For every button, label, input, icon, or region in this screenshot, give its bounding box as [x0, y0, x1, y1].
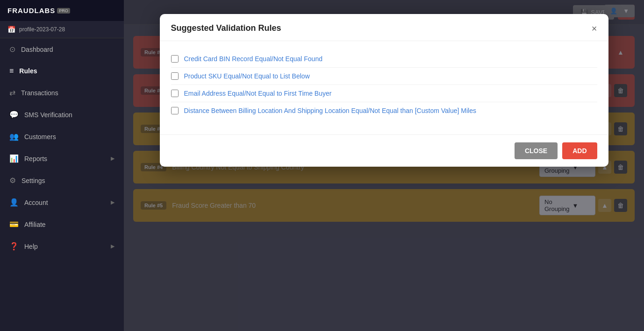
- modal-add-button[interactable]: ADD: [562, 142, 597, 159]
- sidebar-item-dashboard[interactable]: ⊙ Dashboard: [0, 38, 124, 60]
- sidebar-item-rules[interactable]: ≡ Rules: [0, 60, 124, 82]
- sidebar-item-account[interactable]: 👤 Account ▶: [0, 191, 124, 213]
- checkbox-item: Email Address Equal/Not Equal to First T…: [171, 85, 597, 102]
- sidebar-item-label: Settings: [21, 177, 45, 184]
- sidebar-item-label: SMS Verification: [24, 111, 72, 119]
- sidebar-profile[interactable]: 📅 profile-2023-07-28: [0, 21, 124, 38]
- chevron-right-icon: ▶: [111, 199, 114, 205]
- sidebar-item-sms[interactable]: 💬 SMS Verification: [0, 104, 124, 126]
- sidebar-item-settings[interactable]: ⚙ Settings: [0, 169, 124, 191]
- checkbox-label[interactable]: Email Address Equal/Not Equal to First T…: [184, 90, 332, 97]
- customers-icon: 👥: [9, 132, 19, 141]
- checkbox-label[interactable]: Product SKU Equal/Not Equal to List Belo…: [184, 72, 310, 80]
- affiliate-icon: 💳: [9, 220, 19, 229]
- sms-icon: 💬: [9, 110, 19, 119]
- main-content: 👤 ▼ 💾 SAVE ✕ Rule #1 No Grouping ▼ ▲ 🗑: [124, 0, 644, 331]
- checkbox-input[interactable]: [171, 72, 179, 80]
- checkbox-text: Distance Between Billing Location And Sh…: [184, 107, 476, 114]
- modal-close-action-button[interactable]: CLOSE: [515, 142, 558, 159]
- sidebar-item-transactions[interactable]: ⇄ Transactions: [0, 82, 124, 104]
- checkbox-text-before: Email Address Equal/Not Equal to: [184, 90, 284, 97]
- checkbox-input[interactable]: [171, 90, 179, 97]
- app-name: FRAUDLABS: [7, 7, 55, 14]
- sidebar-item-label: Account: [24, 199, 48, 206]
- sidebar: FRAUDLABS PRO 📅 profile-2023-07-28 ⊙ Das…: [0, 0, 124, 331]
- sidebar-item-label: Dashboard: [21, 46, 53, 53]
- checkbox-label[interactable]: Distance Between Billing Location And Sh…: [184, 107, 476, 114]
- checkbox-link-text: First Time Buyer: [284, 90, 332, 97]
- transactions-icon: ⇄: [9, 88, 15, 97]
- checkbox-label[interactable]: Credit Card BIN Record Equal/Not Equal F…: [184, 55, 322, 63]
- help-icon: ❓: [9, 242, 19, 251]
- dashboard-icon: ⊙: [9, 45, 15, 54]
- calendar-icon: 📅: [7, 26, 15, 33]
- sidebar-item-reports[interactable]: 📊 Reports ▶: [0, 148, 124, 169]
- settings-icon: ⚙: [9, 176, 16, 185]
- modal-dialog: Suggested Validation Rules × Credit Card…: [160, 14, 608, 167]
- sidebar-item-label: Affiliate: [24, 221, 46, 228]
- reports-icon: 📊: [9, 154, 19, 163]
- chevron-right-icon: ▶: [111, 243, 114, 249]
- sidebar-item-help[interactable]: ❓ Help ▶: [0, 235, 124, 257]
- modal-close-button[interactable]: ×: [592, 24, 597, 33]
- chevron-right-icon: ▶: [111, 155, 114, 162]
- modal-overlay: Suggested Validation Rules × Credit Card…: [124, 0, 644, 331]
- checkbox-item: Distance Between Billing Location And Sh…: [171, 102, 597, 119]
- modal-header: Suggested Validation Rules ×: [160, 14, 608, 41]
- sidebar-item-label: Help: [24, 243, 38, 250]
- sidebar-item-label: Reports: [24, 155, 47, 162]
- modal-title: Suggested Validation Rules: [171, 23, 281, 33]
- checkbox-input[interactable]: [171, 55, 179, 63]
- checkbox-item: Product SKU Equal/Not Equal to List Belo…: [171, 68, 597, 85]
- rules-icon: ≡: [9, 67, 14, 75]
- app-badge: PRO: [57, 8, 70, 14]
- profile-label: profile-2023-07-28: [19, 26, 65, 33]
- account-icon: 👤: [9, 198, 19, 207]
- checkbox-input[interactable]: [171, 107, 179, 114]
- checkbox-text: Credit Card BIN Record Equal/Not Equal F…: [184, 55, 322, 63]
- modal-footer: CLOSE ADD: [160, 134, 608, 167]
- checkbox-item: Credit Card BIN Record Equal/Not Equal F…: [171, 50, 597, 68]
- sidebar-item-label: Rules: [19, 67, 37, 75]
- sidebar-item-customers[interactable]: 👥 Customers: [0, 126, 124, 148]
- checkbox-text: Product SKU Equal/Not Equal to List Belo…: [184, 72, 310, 80]
- sidebar-item-affiliate[interactable]: 💳 Affiliate: [0, 213, 124, 235]
- modal-body: Credit Card BIN Record Equal/Not Equal F…: [160, 41, 608, 134]
- sidebar-item-label: Transactions: [21, 89, 58, 97]
- sidebar-logo: FRAUDLABS PRO: [0, 0, 124, 21]
- sidebar-item-label: Customers: [24, 133, 56, 141]
